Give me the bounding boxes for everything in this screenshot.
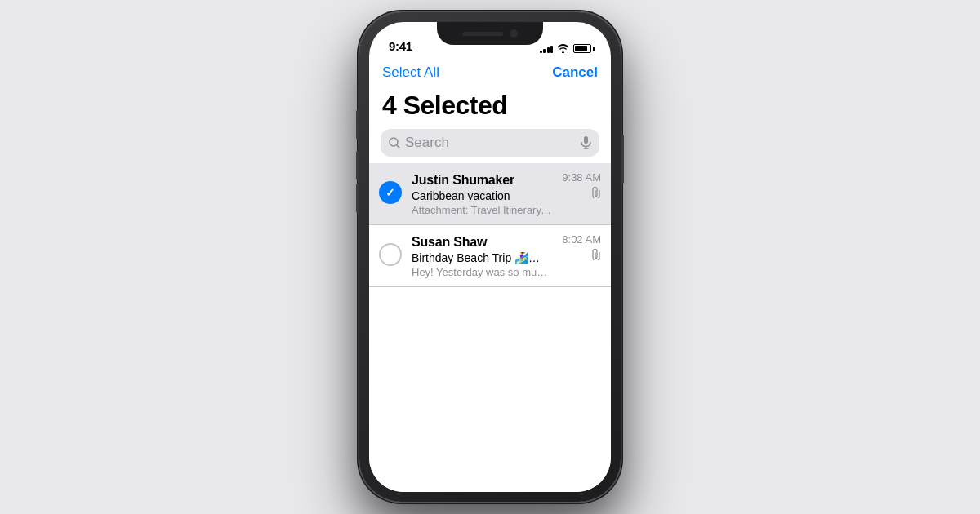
select-all-button[interactable]: Select All [382,64,439,81]
selected-count-title: 4 Selected [382,91,598,121]
signal-icon [540,44,554,53]
mail-item-1[interactable]: ✓ Justin Shumaker Caribbean vacation Att… [369,163,611,225]
svg-line-1 [397,145,399,148]
status-time: 9:41 [389,39,412,53]
phone-notch [437,22,543,45]
mail-list: ✓ Justin Shumaker Caribbean vacation Att… [369,163,611,287]
attachment-icon-1 [591,187,601,198]
mail-header-1: Justin Shumaker [412,173,552,188]
status-icons [540,44,592,53]
svg-rect-2 [584,136,588,144]
nav-bar: Select All Cancel [369,58,611,87]
mail-sender-2: Susan Shaw [412,235,487,250]
cancel-button[interactable]: Cancel [552,64,598,81]
speaker-grille [462,32,503,36]
front-camera [510,29,518,38]
check-mark-icon: ✓ [385,187,395,198]
mail-preview-1: Attachment: Travel Itinerary.pdf [412,204,552,216]
mail-subject-1: Caribbean vacation [412,189,552,202]
mail-item-2[interactable]: Susan Shaw Birthday Beach Trip 🏄‍♀️🌴🌴 He… [369,225,611,287]
search-icon [389,137,400,148]
search-input[interactable]: Search [405,135,576,151]
fade-overlay [369,459,611,492]
wifi-icon [557,44,569,53]
search-bar[interactable]: Search [381,129,599,157]
screen-content: Select All Cancel 4 Selected Search [369,58,611,492]
mail-preview-2: Hey! Yesterday was so much fun. I really… [412,266,552,278]
mail-subject-2: Birthday Beach Trip 🏄‍♀️🌴🌴 [412,251,552,264]
mail-header-2: Susan Shaw [412,235,552,250]
battery-icon [573,44,591,53]
mail-body-2: Susan Shaw Birthday Beach Trip 🏄‍♀️🌴🌴 He… [412,233,552,278]
mail-right-2: 8:02 AM [555,233,601,260]
title-section: 4 Selected [369,87,611,129]
phone-screen: 9:41 [369,22,611,492]
check-circle-2[interactable] [379,243,402,266]
phone-mockup: 9:41 [359,12,621,502]
mail-sender-1: Justin Shumaker [412,173,514,188]
mic-icon [581,136,591,149]
check-circle-1[interactable]: ✓ [379,181,402,204]
attachment-icon-2 [591,249,601,260]
mail-time-1: 9:38 AM [562,171,601,184]
mail-right-1: 9:38 AM [555,171,601,198]
mail-time-2: 8:02 AM [562,233,601,246]
mail-body-1: Justin Shumaker Caribbean vacation Attac… [412,171,552,216]
